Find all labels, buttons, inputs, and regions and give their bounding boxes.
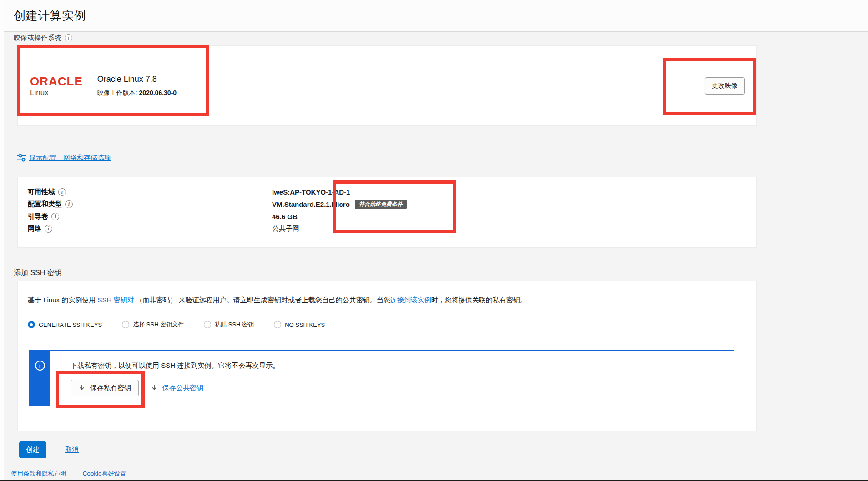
- info-icon: i: [35, 361, 45, 371]
- footer: 使用条款和隐私声明 Cookie喜好设置: [11, 470, 126, 478]
- window-left-gutter: [0, 0, 4, 480]
- cancel-link[interactable]: 取消: [65, 446, 79, 454]
- info-icon[interactable]: i: [65, 34, 72, 42]
- availability-domain-value: IweS:AP-TOKYO-1-AD-1: [272, 188, 756, 196]
- footer-divider: [0, 465, 868, 465]
- ssh-keypair-link[interactable]: SSH 密钥对: [97, 296, 134, 304]
- radio-choose-ssh-key-file[interactable]: 选择 SSH 密钥文件: [122, 321, 184, 329]
- infobox-message: 下载私有密钥，以便可以使用 SSH 连接到实例。它将不会再次显示。: [71, 361, 279, 370]
- info-icon[interactable]: i: [51, 213, 59, 220]
- radio-paste-ssh-key[interactable]: 粘贴 SSH 密钥: [204, 321, 254, 329]
- shape-label: 配置和类型: [28, 200, 62, 209]
- info-icon[interactable]: i: [58, 188, 66, 196]
- network-value: 公共子网: [272, 225, 756, 233]
- ssh-panel: 基于 Linux 的实例使用 SSH 密钥对 （而非密码） 来验证远程用户。请立…: [17, 281, 757, 431]
- show-options-link[interactable]: 显示配置、网络和存储选项: [29, 154, 111, 162]
- network-label: 网络: [28, 225, 41, 233]
- image-version: 映像工作版本: 2020.06.30-0: [97, 89, 177, 97]
- download-icon: [151, 385, 158, 392]
- private-key-infobox: i 下载私有密钥，以便可以使用 SSH 连接到实例。它将不会再次显示。 保存私有…: [29, 350, 734, 406]
- shape-value: VM.Standard.E2.1.Micro: [272, 200, 350, 208]
- table-row: 可用性域 i IweS:AP-TOKYO-1-AD-1: [28, 186, 756, 198]
- availability-domain-label: 可用性域: [28, 188, 55, 196]
- page-title: 创建计算实例: [0, 8, 86, 24]
- download-icon: [78, 385, 86, 392]
- boot-volume-label: 引导卷: [28, 212, 48, 221]
- sliders-icon: [17, 153, 27, 163]
- oracle-logo-text: ORACLE: [30, 75, 83, 87]
- radio-no-ssh-keys[interactable]: NO SSH KEYS: [274, 321, 325, 328]
- details-panel: 可用性域 i IweS:AP-TOKYO-1-AD-1 配置和类型 i VM.S…: [17, 177, 757, 248]
- image-meta: Oracle Linux 7.8 映像工作版本: 2020.06.30-0: [97, 75, 177, 97]
- radio-generate-ssh-keys[interactable]: GENERATE SSH KEYS: [28, 321, 102, 328]
- infobox-accent-bar: i: [30, 351, 50, 406]
- save-public-key-action[interactable]: 保存公共密钥: [151, 384, 203, 392]
- boot-volume-value: 46.6 GB: [272, 213, 756, 220]
- radio-icon: [274, 321, 281, 328]
- radio-icon: [122, 321, 129, 328]
- table-row: 网络 i 公共子网: [28, 223, 756, 235]
- image-name: Oracle Linux 7.8: [97, 75, 177, 84]
- create-instance-page: 创建计算实例 映像或操作系统 i ORACLE Linux Oracle Lin…: [0, 0, 868, 481]
- info-icon[interactable]: i: [45, 225, 52, 233]
- radio-icon: [204, 321, 211, 328]
- table-row: 引导卷 i 46.6 GB: [28, 210, 756, 223]
- cookie-preferences-link[interactable]: Cookie喜好设置: [83, 470, 126, 478]
- ssh-section-heading: 添加 SSH 密钥: [14, 268, 62, 278]
- change-image-button[interactable]: 更改映像: [705, 77, 745, 95]
- save-public-key-link[interactable]: 保存公共密钥: [162, 384, 203, 392]
- image-section-label: 映像或操作系统: [14, 32, 61, 41]
- oracle-linux-logo: ORACLE Linux: [30, 75, 83, 96]
- connect-instance-link[interactable]: 连接到该实例: [390, 296, 431, 304]
- ssh-description: 基于 Linux 的实例使用 SSH 密钥对 （而非密码） 来验证远程用户。请立…: [28, 295, 745, 305]
- page-header: 创建计算实例: [0, 0, 868, 32]
- create-button[interactable]: 创建: [19, 441, 46, 458]
- radio-icon: [28, 321, 35, 328]
- show-options-row: 显示配置、网络和存储选项: [17, 153, 111, 163]
- ssh-key-radio-group: GENERATE SSH KEYS 选择 SSH 密钥文件 粘贴 SSH 密钥 …: [28, 321, 745, 329]
- oracle-logo-sub: Linux: [30, 89, 83, 96]
- always-free-badge: 符合始终免费条件: [355, 200, 407, 209]
- window-left-border: [4, 0, 4, 480]
- form-actions: 创建 取消: [19, 441, 79, 458]
- terms-privacy-link[interactable]: 使用条款和隐私声明: [11, 470, 66, 478]
- save-private-key-button[interactable]: 保存私有密钥: [71, 380, 139, 396]
- image-section-label-wrap: 映像或操作系统 i: [14, 32, 72, 41]
- image-panel: ORACLE Linux Oracle Linux 7.8 映像工作版本: 20…: [17, 45, 757, 126]
- table-row: 配置和类型 i VM.Standard.E2.1.Micro 符合始终免费条件: [28, 198, 756, 210]
- info-icon[interactable]: i: [65, 200, 73, 208]
- image-version-value: 2020.06.30-0: [139, 89, 177, 96]
